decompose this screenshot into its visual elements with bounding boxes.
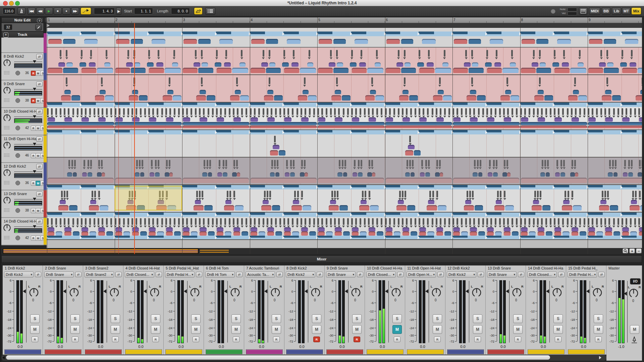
pan-knob[interactable] — [431, 288, 441, 298]
track-swap-button[interactable]: ⇄ — [36, 81, 43, 87]
volume-fader-handle-icon[interactable] — [506, 289, 509, 293]
arranger-track-row[interactable] — [47, 75, 642, 103]
track-volume-slider[interactable] — [14, 62, 42, 62]
track-select-dot[interactable] — [15, 208, 20, 213]
channel-swap-button[interactable]: ⇄ — [75, 272, 82, 277]
track-swap-button[interactable]: ⇄ — [36, 109, 43, 114]
volume-fader-track[interactable] — [429, 281, 429, 343]
track-volume-handle-icon[interactable] — [33, 225, 36, 228]
solo-button[interactable]: S — [594, 314, 603, 323]
pan-knob[interactable] — [512, 288, 522, 298]
mixer-channel[interactable]: 15 DnB Pedal Hi_DnB Pedal H...▾⇄60-6-12-… — [566, 265, 606, 355]
volume-fader-handle-icon[interactable] — [23, 289, 26, 293]
track-volume-slider[interactable] — [14, 89, 42, 89]
solo-button[interactable]: S — [433, 314, 442, 323]
channel-swap-button[interactable]: ⇄ — [598, 272, 605, 277]
pattern-grid-icon[interactable] — [4, 236, 10, 240]
record-button[interactable]: R — [394, 337, 400, 342]
mute-button[interactable]: M — [473, 325, 482, 334]
track-mute-button[interactable]: M — [36, 236, 41, 241]
volume-fader-handle-icon[interactable] — [385, 289, 388, 293]
track-volume-slider[interactable] — [14, 117, 42, 117]
mixer-channel[interactable]: 8 DnB Kick2DnB Kick2▾⇄60-6-12-18-24-30-7… — [284, 265, 325, 355]
pan-knob[interactable] — [391, 288, 401, 298]
play-button[interactable]: ▶ — [45, 7, 53, 15]
mixer-channel[interactable]: 2 DnB SnareDnB Snare▾⇄60-6-12-18-24-30-7… — [43, 265, 83, 355]
channel-swap-button[interactable]: ⇄ — [518, 272, 524, 277]
arranger-ruler[interactable]: 123456789 — [47, 17, 642, 23]
io-button[interactable]: I/O — [630, 278, 641, 285]
track-swap-button[interactable]: ⇄ — [36, 191, 43, 197]
channel-preset-dropdown[interactable]: DnB Snare▾ — [326, 272, 356, 278]
volume-fader-handle-icon[interactable] — [586, 289, 589, 293]
add-track-button[interactable]: + — [3, 33, 8, 38]
volume-fader-handle-icon[interactable] — [144, 289, 147, 293]
track-volume-handle-icon[interactable] — [33, 170, 36, 173]
solo-button[interactable]: S — [191, 314, 201, 323]
mixer-channel[interactable]: 3 DnB Snare2DnB Snare2▾⇄60-6-12-18-24-30… — [83, 265, 123, 355]
channel-swap-button[interactable]: ⇄ — [437, 272, 444, 277]
volume-fader-track[interactable] — [308, 281, 308, 343]
record-button[interactable]: R — [32, 337, 38, 342]
stop-button[interactable]: ■ — [54, 7, 62, 15]
volume-fader-track[interactable] — [187, 281, 187, 343]
mixer-scrollbar-thumb[interactable] — [6, 355, 550, 360]
channel-swap-button[interactable]: ⇄ — [478, 272, 484, 277]
channel-swap-button[interactable]: ⇄ — [236, 272, 243, 277]
track-row[interactable]: 8 DnB Kick2⇄36RMS — [1, 53, 44, 80]
position-step-button[interactable]: ▶ — [116, 7, 121, 15]
track-row[interactable]: 9 DnB Snare⇄38RMS — [1, 80, 44, 108]
metronome-button[interactable] — [17, 7, 25, 15]
view-button-keyboard[interactable] — [579, 7, 588, 15]
record-button[interactable]: R — [112, 337, 119, 342]
track-volume-handle-icon[interactable] — [33, 115, 36, 118]
track-mute-button[interactable]: M — [36, 153, 41, 158]
mute-button[interactable]: M — [513, 325, 523, 334]
follow-playhead-button[interactable] — [80, 7, 91, 15]
track-volume-slider[interactable] — [14, 144, 42, 144]
mute-button[interactable]: M — [392, 325, 402, 334]
mute-button[interactable]: M — [191, 325, 201, 334]
track-volume-handle-icon[interactable] — [33, 143, 36, 145]
volume-fader-track[interactable] — [26, 281, 26, 343]
pan-knob[interactable] — [351, 288, 361, 298]
track-record-button[interactable]: R — [31, 71, 36, 76]
arranger-track-row[interactable] — [47, 130, 642, 158]
scroll-left-arrow-icon[interactable] — [2, 356, 5, 359]
track-row[interactable]: 10 DnB Closed Hi-Hat⇄42RMS — [1, 108, 44, 135]
channel-preset-dropdown[interactable]: DnB Hi Tom▾ — [205, 272, 235, 278]
volume-fader-track[interactable] — [469, 281, 469, 343]
track-record-button[interactable]: R — [31, 236, 36, 241]
channel-swap-button[interactable]: ⇄ — [156, 272, 162, 277]
volume-fader-handle-icon[interactable] — [63, 289, 66, 293]
solo-button[interactable]: S — [312, 314, 321, 323]
track-record-button[interactable]: R — [31, 98, 36, 103]
loop-button[interactable] — [194, 7, 203, 15]
track-swap-button[interactable]: ⇄ — [36, 136, 43, 142]
mixer-channel[interactable]: 11 DnB Open Hi-HatDnB Open H...▾⇄60-6-12… — [405, 265, 445, 355]
track-record-button[interactable]: R — [31, 126, 36, 131]
volume-fader-handle-icon[interactable] — [264, 289, 267, 293]
pattern-grid-icon[interactable] — [4, 181, 10, 185]
mixer-channel[interactable]: 6 DnB Hi TomDnB Hi Tom▾⇄60-6-12-18-24-30… — [204, 265, 244, 355]
volume-fader-track[interactable] — [107, 281, 107, 343]
track-swap-button[interactable]: ⇄ — [36, 164, 43, 169]
rewind-start-button[interactable]: |◀◀ — [28, 7, 36, 15]
mute-button[interactable]: M — [70, 325, 80, 334]
track-pan-knob[interactable] — [3, 86, 11, 95]
channel-preset-dropdown[interactable]: Acoustic Ta...▾ — [246, 272, 275, 278]
channel-preset-dropdown[interactable]: DnB Kick2▾ — [4, 272, 34, 278]
arranger-track-row[interactable] — [47, 158, 642, 185]
view-button-lib[interactable]: Lib — [612, 7, 621, 15]
track-mute-button[interactable]: M — [36, 126, 41, 131]
track-select-dot[interactable] — [15, 71, 20, 75]
channel-swap-button[interactable]: ⇄ — [357, 272, 363, 277]
zoom-out-button[interactable]: − — [636, 248, 642, 253]
solo-button[interactable]: S — [392, 314, 402, 323]
channel-preset-dropdown[interactable]: DnB Kick2▾ — [286, 272, 315, 278]
record-button[interactable]: R — [595, 337, 602, 342]
track-volume-handle-icon[interactable] — [33, 198, 36, 200]
mute-button[interactable]: M — [594, 325, 603, 334]
track-volume-handle-icon[interactable] — [33, 88, 36, 90]
volume-fader-handle-icon[interactable] — [103, 289, 106, 293]
